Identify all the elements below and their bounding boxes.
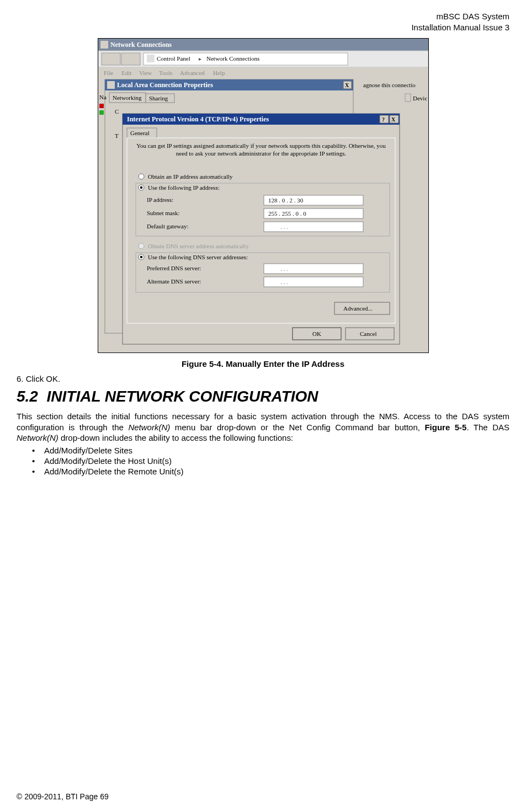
figure-5-4: Network Connections Control Panel ▸ Netw… [17, 38, 509, 355]
function-bullets: Add/Modify/Delete Sites Add/Modify/Delet… [32, 446, 509, 476]
lac-title: Local Area Connection Properties [117, 81, 213, 89]
lac-icon [107, 81, 115, 89]
breadcrumb-control-panel[interactable]: Control Panel [157, 55, 190, 62]
svg-text:Use the following DNS server a: Use the following DNS server addresses: [148, 254, 248, 260]
header-line1: mBSC DAS System [17, 11, 509, 22]
screenshot-svg: Network Connections Control Panel ▸ Netw… [98, 38, 429, 353]
pref-dns-input[interactable] [264, 264, 363, 274]
subnet-label: Subnet mask: [147, 210, 180, 216]
gateway-input[interactable] [264, 222, 363, 232]
tcp-title: Internet Protocol Version 4 (TCP/IPv4) P… [127, 115, 269, 123]
svg-text:OK: OK [312, 330, 321, 337]
menu-advanced[interactable]: Advanced [180, 70, 205, 76]
lac-t: T [115, 132, 119, 139]
breadcrumb-sep: ▸ [199, 56, 201, 62]
devic-text: Devic [413, 95, 427, 101]
svg-text:.        .        .: . . . [280, 223, 288, 230]
page-header: mBSC DAS System Installation Manual Issu… [17, 11, 509, 33]
bullet-host-unit: Add/Modify/Delete the Host Unit(s) [32, 456, 509, 466]
network-n-1: Network(N) [128, 423, 170, 432]
svg-text:General: General [130, 130, 150, 136]
svg-point-24 [140, 256, 142, 258]
svg-text:255 . 255 .  0  .  0: 255 . 255 . 0 . 0 [268, 210, 306, 217]
menu-tools[interactable]: Tools [159, 70, 172, 76]
header-line2: Installation Manual Issue 3 [17, 22, 509, 33]
x-badge-icon [99, 104, 104, 108]
na-label: Na [99, 94, 107, 100]
figure-ref-5-5: Figure 5-5 [424, 423, 466, 432]
network-n-2: Network(N) [17, 433, 59, 442]
svg-text:X: X [345, 82, 349, 88]
radio-obtain-dns [139, 243, 144, 249]
svg-text:Advanced...: Advanced... [343, 305, 373, 312]
dropdown-arrow-icon[interactable] [405, 94, 411, 101]
signal-icon [99, 110, 104, 115]
svg-text:.        .        .: . . . [280, 279, 288, 285]
section-heading: 5.2 INITIAL NETWORK CONFIGURATION [17, 388, 509, 405]
tcp-desc: You can get IP settings assigned automat… [131, 142, 391, 158]
section-number: 5.2 [17, 388, 38, 405]
diagnose-link[interactable]: agnose this connectio [363, 82, 416, 88]
bullet-sites: Add/Modify/Delete Sites [32, 446, 509, 455]
svg-text:Obtain DNS server address auto: Obtain DNS server address automatically [148, 243, 249, 249]
lac-c: C [115, 108, 119, 115]
back-button[interactable] [102, 53, 120, 65]
svg-text:X: X [391, 116, 396, 122]
menu-file[interactable]: File [104, 70, 113, 76]
bullet-remote-unit: Add/Modify/Delete the Remote Unit(s) [32, 467, 509, 476]
ip-label: IP address: [147, 196, 173, 203]
menu-edit[interactable]: Edit [121, 70, 131, 76]
alt-dns-label: Alternate DNS server: [147, 278, 201, 285]
pref-dns-label: Preferred DNS server: [147, 265, 201, 271]
svg-text:Obtain an IP address automatic: Obtain an IP address automatically [148, 173, 233, 180]
menu-view[interactable]: View [139, 70, 152, 76]
figure-caption: Figure 5-4. Manually Enter the IP Addres… [17, 359, 509, 368]
svg-text:?: ? [382, 116, 385, 122]
page-footer: © 2009‐2011, BTI Page 69 [17, 792, 109, 801]
forward-button[interactable] [121, 53, 140, 65]
svg-text:Cancel: Cancel [360, 330, 377, 337]
control-panel-icon [147, 55, 155, 62]
breadcrumb-current[interactable]: Network Connections [206, 55, 259, 62]
svg-text:Use the following IP address:: Use the following IP address: [148, 184, 220, 191]
step-6: 6. Click OK. [17, 374, 509, 383]
body-paragraph: This section details the initial functio… [17, 411, 509, 444]
svg-text:.        .        .: . . . [280, 265, 288, 272]
svg-text:128 .  0  .  2  .  30: 128 . 0 . 2 . 30 [268, 197, 304, 204]
radio-obtain-ip[interactable] [139, 174, 144, 179]
section-title: INITIAL NETWORK CONFIGURATION [47, 388, 318, 405]
gateway-label: Default gateway: [147, 223, 188, 229]
svg-text:Networking: Networking [113, 94, 142, 101]
network-connections-icon [100, 41, 108, 49]
menu-help[interactable]: Help [213, 70, 225, 76]
svg-text:Sharing: Sharing [149, 95, 168, 101]
alt-dns-input[interactable] [264, 277, 363, 287]
svg-point-17 [140, 186, 142, 189]
window-title: Network Connections [110, 41, 172, 49]
